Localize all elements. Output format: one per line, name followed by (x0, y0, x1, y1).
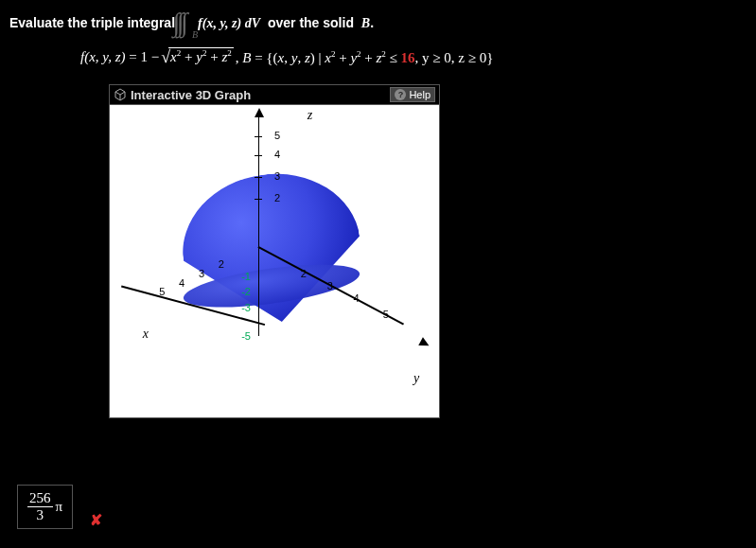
z-tick (255, 155, 262, 156)
problem-statement: Evaluate the triple integral ∫∫∫ f(x, y,… (9, 8, 747, 38)
period: . (370, 15, 374, 30)
equation-line: f(x, y, z) = 1 − √ x2 + y2 + z2 , B = {(… (80, 47, 747, 67)
z-axis-arrow-icon (255, 108, 264, 117)
neg-z-tick-label: -5 (241, 330, 251, 342)
y-tick-label: 4 (354, 292, 360, 304)
x-tick-label: 2 (219, 258, 224, 270)
answer-fraction: 256 3 (27, 491, 53, 522)
answer-numerator: 256 (27, 491, 53, 507)
prompt-prefix: Evaluate the triple integral (9, 15, 175, 30)
help-icon: ? (395, 89, 406, 100)
triple-integral-icon: ∫∫∫ (181, 8, 192, 38)
integrand: f(x, y, z) dV (198, 16, 260, 30)
z-tick-label: 4 (274, 149, 280, 160)
solid-sphere (173, 163, 370, 334)
y-tick-label: 5 (383, 309, 389, 320)
equation-lhs: f(x, y, z) = 1 − (80, 49, 159, 65)
x-tick-label: 4 (179, 277, 185, 289)
graph-header: Interactive 3D Graph ? Help (110, 85, 439, 105)
neg-z-tick-label: -3 (241, 302, 251, 313)
bound-value: 16 (401, 50, 415, 65)
answer-input[interactable]: 256 3 π (17, 485, 73, 529)
x-tick-label: 5 (159, 286, 165, 297)
x-axis-label: x (143, 327, 149, 342)
z-tick (255, 136, 262, 137)
y-axis-label: y (413, 371, 419, 386)
graph-panel: Interactive 3D Graph ? Help z 5 4 3 2 -1… (109, 84, 440, 418)
y-axis-arrow-icon (418, 338, 431, 351)
conditions: , y ≥ 0, z ≥ 0} (415, 50, 494, 65)
incorrect-icon: ✘ (90, 511, 102, 529)
neg-z-tick-label: -2 (241, 286, 251, 297)
z-axis-label: z (308, 108, 312, 123)
neg-z-tick-label: -1 (241, 271, 251, 282)
sqrt-expression: √ x2 + y2 + z2 (161, 47, 234, 67)
over-text: over the solid (268, 15, 354, 30)
z-tick (255, 177, 262, 178)
help-label: Help (409, 89, 431, 100)
y-tick-label: 2 (301, 268, 307, 279)
sqrt-content: x2 + y2 + z2 (168, 47, 234, 65)
z-tick-label: 2 (274, 192, 280, 203)
z-tick-label: 5 (274, 130, 280, 141)
z-tick (255, 199, 262, 200)
graph-title: Interactive 3D Graph (131, 88, 251, 102)
region-definition: , B = {(x, y, z) | x2 + y2 + z2 ≤ 16, y … (236, 49, 494, 66)
x-tick-label: 3 (199, 268, 204, 279)
answer-area: 256 3 π ✘ (17, 485, 102, 529)
answer-denominator: 3 (37, 507, 44, 522)
help-button[interactable]: ? Help (390, 87, 435, 102)
solid-name: B (361, 16, 370, 30)
cube-icon (114, 88, 127, 101)
y-tick-label: 3 (327, 280, 333, 292)
z-tick-label: 3 (274, 170, 280, 182)
graph-canvas[interactable]: z 5 4 3 2 -1 -2 -3 -5 x 5 4 3 2 y 2 3 4 … (110, 105, 439, 417)
integrand-wrapper: f(x, y, z) dV over the solid B. (198, 15, 374, 31)
pi-symbol: π (56, 499, 63, 515)
z-axis (258, 112, 260, 337)
